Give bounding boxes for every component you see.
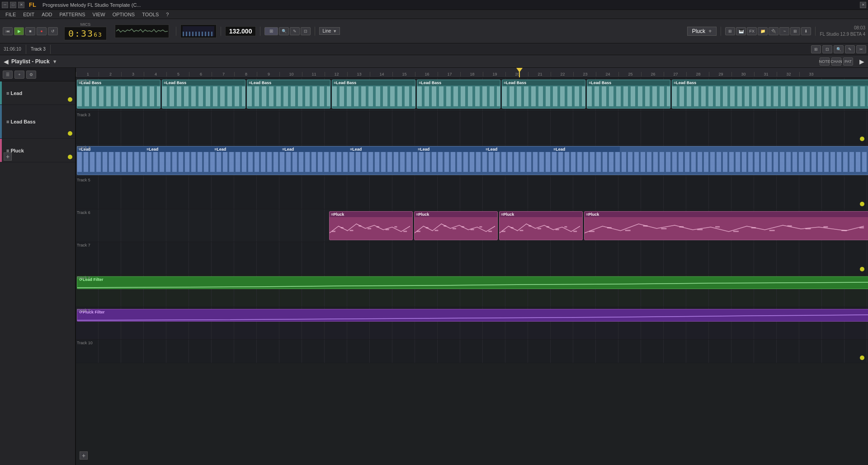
ruler-tick-1: 1 <box>76 72 99 76</box>
svg-rect-17 <box>488 231 492 232</box>
fl-logo: FL <box>26 1 39 8</box>
track-list: ≡ Lead ≡ Lead Bass ≡ Pluck <box>0 81 75 162</box>
ruler-tick-32: 32 <box>777 72 799 76</box>
clip-pluck-2[interactable]: ≡Pluck <box>414 211 498 240</box>
instrument-selector[interactable]: Pluck + <box>687 27 717 36</box>
line-mode-dropdown[interactable]: Line ▼ <box>319 27 340 35</box>
toolbar-btn-4[interactable]: ✎ <box>845 45 855 53</box>
clip-lead-bass-6[interactable]: ≡Lead Bass <box>502 80 585 109</box>
svg-rect-32 <box>679 226 684 228</box>
toolbar-btn-2[interactable]: ⊡ <box>822 45 832 53</box>
sidebar-add-btn[interactable]: + <box>14 71 24 79</box>
svg-rect-2 <box>350 230 354 231</box>
menu-view[interactable]: VIEW <box>89 10 109 19</box>
loop-btn[interactable]: ↺ <box>48 27 58 35</box>
svg-rect-14 <box>462 226 464 228</box>
toolbar-btn-3[interactable]: 🔍 <box>834 45 844 53</box>
clip-pluck-3[interactable]: ≡Pluck <box>499 211 583 240</box>
draw-btn[interactable]: ✎ <box>290 27 300 35</box>
clip-lead-filter[interactable]: ⟳Lead Filter <box>77 276 868 289</box>
svg-rect-23 <box>547 226 549 228</box>
svg-rect-19 <box>511 227 514 228</box>
clip-lead-full[interactable]: ≡Lead ≡Lead ≡Lead ≡Lead ≡Lead ≡Lead ≡Lea… <box>77 146 868 175</box>
menu-options[interactable]: OPTIONS <box>109 10 139 19</box>
select-btn[interactable]: ⊡ <box>301 27 311 35</box>
ruler-tick-11: 11 <box>302 72 325 76</box>
track-10-dot <box>860 356 864 360</box>
snap-btn[interactable]: ⊞ <box>264 27 278 35</box>
play-btn[interactable]: ▶ <box>14 27 24 35</box>
playlist-pat-btn[interactable]: PAT <box>843 57 853 66</box>
clip-lead-bass-3[interactable]: ≡Lead Bass <box>247 80 330 109</box>
toolbar2: 31:06:10 Track 3 ⊞ ⊡ 🔍 ✎ ✂ <box>0 43 868 55</box>
clip-lead-bass-5[interactable]: ≡Lead Bass <box>417 80 500 109</box>
fx-btn[interactable]: FX <box>747 27 757 35</box>
clip-lead-bass-8[interactable]: ≡Lead Bass <box>672 80 868 109</box>
playhead <box>519 68 520 77</box>
menu-help[interactable]: ? <box>162 10 172 19</box>
svg-rect-1 <box>341 227 344 228</box>
rewind-btn[interactable]: ⏮ <box>3 27 13 35</box>
toolbar-btn-5[interactable]: ✂ <box>856 45 866 53</box>
ruler-tick-25: 25 <box>618 72 641 76</box>
clip-lead-bass-2[interactable]: ≡Lead Bass <box>162 80 245 109</box>
svg-rect-39 <box>805 228 811 229</box>
track3-label: Track 3 <box>29 47 47 52</box>
stop-btn[interactable]: ■ <box>25 27 35 35</box>
maximize-btn[interactable]: □ <box>10 2 16 8</box>
ruler-tick-5: 5 <box>166 72 189 76</box>
menu-tools[interactable]: TOOLS <box>138 10 162 19</box>
tempo-display[interactable]: 132.000 <box>225 26 256 36</box>
add-track-btn[interactable]: + <box>4 152 12 161</box>
clip-pluck-4[interactable]: ≡Pluck <box>584 211 868 240</box>
track-row-3: Track 3 <box>76 112 868 144</box>
menu-add[interactable]: ADD <box>38 10 56 19</box>
clip-pluck-filter[interactable]: ⟳Pluck Filter <box>77 309 868 322</box>
svg-rect-12 <box>443 225 446 227</box>
ruler-tick-24: 24 <box>596 72 618 76</box>
playlist-chan-btn[interactable]: CHAN <box>831 57 841 66</box>
step-btn[interactable]: ⊞ <box>790 27 800 35</box>
zoom-btn[interactable]: 🔍 <box>279 27 289 35</box>
title-bar: ─ □ ✕ FL Progressive Melody FL Studio Te… <box>0 0 868 10</box>
playlist-nav-left[interactable]: ◀ <box>4 58 9 65</box>
menu-patterns[interactable]: PATTERNS <box>56 10 89 19</box>
plugin-btn[interactable]: 🔌 <box>769 27 778 35</box>
minimize-btn[interactable]: ─ <box>2 2 8 8</box>
window-close-btn[interactable]: ✕ <box>860 2 866 8</box>
toolbar-btn-1[interactable]: ⊞ <box>811 45 821 53</box>
menu-bar: FILE EDIT ADD PATTERNS VIEW OPTIONS TOOL… <box>0 10 868 19</box>
piano-btn[interactable]: 🎹 <box>736 27 746 35</box>
track-7-dot <box>860 267 864 271</box>
sidebar-menu-btn[interactable]: ☰ <box>3 71 13 79</box>
clip-pluck-1[interactable]: ≡Pluck <box>329 211 413 240</box>
ruler-tick-7: 7 <box>212 72 234 76</box>
svg-rect-6 <box>386 229 389 230</box>
record-btn[interactable]: ● <box>37 27 47 35</box>
browser-btn[interactable]: 📁 <box>758 27 768 35</box>
ruler-tick-29: 29 <box>709 72 731 76</box>
menu-file[interactable]: FILE <box>2 10 19 19</box>
export-btn[interactable]: ⬇ <box>801 27 811 35</box>
clip-lead-bass-7[interactable]: ≡Lead Bass <box>587 80 670 109</box>
auto-btn[interactable]: ~ <box>779 27 789 35</box>
mixer-btn[interactable]: ⊞ <box>725 27 735 35</box>
ruler-tick-12: 12 <box>325 72 347 76</box>
svg-rect-20 <box>520 230 524 231</box>
bottom-add-track-btn[interactable]: + <box>80 451 88 460</box>
waveform-minimap <box>115 24 169 38</box>
menu-edit[interactable]: EDIT <box>19 10 38 19</box>
clip-lead-bass-4[interactable]: ≡Lead Bass <box>332 80 415 109</box>
svg-rect-0 <box>332 231 335 232</box>
svg-rect-3 <box>359 225 361 227</box>
close-btn[interactable]: ✕ <box>18 2 24 8</box>
sidebar-track-lead-bass[interactable]: ≡ Lead Bass <box>0 105 75 139</box>
time-status: 08:03 <box>820 25 865 31</box>
playlist-nav-right[interactable]: ▶ <box>859 58 864 65</box>
playlist-view-btn[interactable]: NOTE <box>820 57 830 66</box>
clip-lead-bass-1[interactable]: ≡Lead Bass <box>77 80 160 109</box>
track-row-4: Track 4 ≡Lead ≡Lead ≡Lead ≡Lead ≡Lead ≡L… <box>76 144 868 177</box>
sidebar-settings-btn[interactable]: ⚙ <box>26 71 36 79</box>
sidebar-track-lead[interactable]: ≡ Lead <box>0 81 75 105</box>
sidebar: ☰ + ⚙ ≡ Lead ≡ Lead Bass <box>0 68 76 465</box>
